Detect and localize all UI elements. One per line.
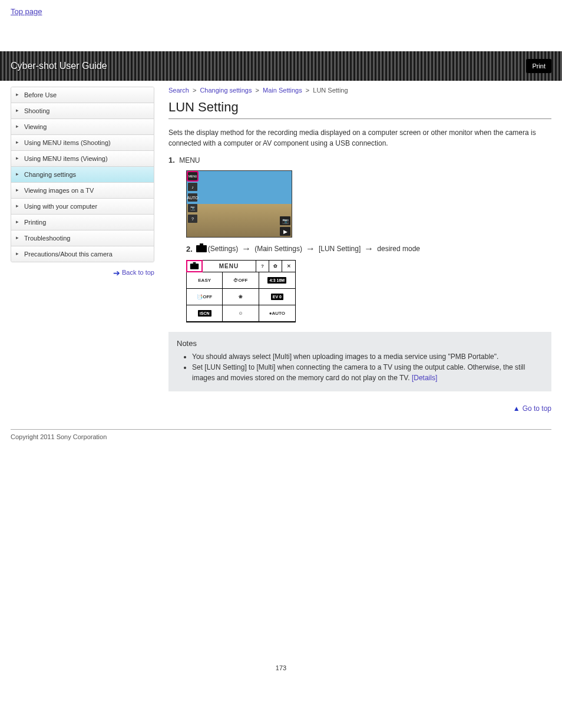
sidebar-item-viewing[interactable]: Viewing	[11, 119, 154, 135]
triangle-up-icon: ▲	[513, 404, 520, 413]
step-1-number: 1.	[168, 156, 175, 164]
camera-music-icon: ♪	[188, 183, 197, 191]
camera-help-icon: ?	[188, 215, 197, 223]
note-item-2: Set [LUN Setting] to [Multi] when connec…	[192, 362, 543, 383]
arrow-right-icon: →	[364, 243, 373, 254]
menu-cell-burst: 📑OFF	[187, 289, 223, 305]
sidebar-item-printing[interactable]: Printing	[11, 215, 154, 230]
camera-photo-icon: 📷	[188, 204, 197, 212]
menu-cell-rec: ●AUTO	[259, 305, 295, 322]
intro-text: Sets the display method for the recordin…	[168, 127, 551, 149]
page-title: LUN Setting	[168, 100, 551, 119]
go-to-top: ▲ Go to top	[168, 404, 551, 413]
sidebar-list: Before Use Shooting Viewing Using MENU i…	[11, 87, 154, 262]
step-2: 2. (Settings) → (Main Settings) → [LUN S…	[186, 243, 551, 254]
breadcrumb-current: LUN Setting	[313, 87, 348, 94]
breadcrumb: Search > Changing settings > Main Settin…	[168, 87, 551, 94]
breadcrumb-main-settings[interactable]: Main Settings	[263, 87, 302, 94]
menu-gear-icon: ✿	[269, 261, 282, 272]
menu-settings-icon	[187, 261, 202, 272]
menu-cell-timer: ⏱OFF	[223, 272, 259, 289]
back-to-top-label: Back to top	[122, 269, 154, 276]
step-2-settings-label: (Settings)	[208, 245, 238, 253]
camera-right-icons: 📷 ▶	[280, 216, 290, 236]
details-link[interactable]: [Details]	[412, 374, 437, 382]
menu-title: MENU	[202, 261, 256, 272]
menu-help-icon: ?	[256, 261, 269, 272]
page-number: 173	[0, 664, 562, 683]
menu-cell-ratio: 4:3 16M	[259, 272, 295, 289]
camera-play-icon: ▶	[280, 227, 290, 236]
go-to-top-label: Go to top	[523, 404, 551, 413]
menu-cell-ev: EV 0	[259, 289, 295, 305]
settings-icon	[196, 245, 207, 252]
sidebar-item-menu-viewing[interactable]: Using MENU items (Viewing)	[11, 151, 154, 167]
sidebar-item-shooting[interactable]: Shooting	[11, 103, 154, 119]
notes-title: Notes	[177, 339, 543, 348]
camera-left-icons: MENU ♪ AUTO 📷 ?	[188, 172, 197, 223]
arrow-right-icon: →	[306, 243, 315, 254]
camera-mode-icon: 📷	[280, 216, 290, 225]
sidebar-item-troubleshooting[interactable]: Troubleshooting	[11, 230, 154, 246]
menu-grid: EASY ⏱OFF 4:3 16M 📑OFF ❀ EV 0 iSCN ☺ ●AU…	[187, 272, 295, 322]
note-item-2-text: Set [LUN Setting] to [Multi] when connec…	[192, 363, 525, 382]
menu-header: MENU ? ✿ ✕	[187, 261, 295, 272]
go-to-top-link[interactable]: ▲ Go to top	[513, 404, 551, 413]
step-2-number: 2.	[186, 245, 193, 253]
camera-menu-icon: MENU	[188, 172, 197, 180]
menu-cell-iscn: iSCN	[187, 305, 223, 322]
menu-cell-smile: ☺	[223, 305, 259, 322]
step-2-main-settings-label: (Main Settings)	[254, 245, 302, 253]
copyright: Copyright 2011 Sony Corporation	[0, 430, 562, 440]
arrow-right-icon: ➔	[113, 268, 120, 278]
sidebar-item-precautions[interactable]: Precautions/About this camera	[11, 246, 154, 262]
chevron-right-icon: >	[256, 87, 259, 94]
sidebar-item-changing-settings[interactable]: Changing settings	[11, 167, 154, 183]
step-1: 1. MENU	[168, 156, 551, 164]
note-item-1: You should always select [Multi] when up…	[192, 351, 543, 362]
breadcrumb-changing-settings[interactable]: Changing settings	[200, 87, 252, 94]
camera-auto-icon: AUTO	[188, 193, 197, 202]
print-button[interactable]: Print	[526, 59, 551, 73]
camera-screen-illustration: MENU ♪ AUTO 📷 ? 📷 ▶	[186, 170, 292, 238]
menu-cell-easy: EASY	[187, 272, 223, 289]
sidebar-item-before-use[interactable]: Before Use	[11, 87, 154, 103]
main-content: Search > Changing settings > Main Settin…	[168, 87, 551, 417]
banner: Cyber-shot User Guide Print	[0, 51, 562, 81]
back-to-top-link[interactable]: ➔ Back to top	[11, 268, 154, 278]
chevron-right-icon: >	[306, 87, 309, 94]
arrow-right-icon: →	[242, 243, 251, 254]
sidebar-item-tv[interactable]: Viewing images on a TV	[11, 183, 154, 199]
menu-close-icon: ✕	[282, 261, 295, 272]
banner-title: Cyber-shot User Guide	[11, 61, 107, 71]
step-2-mode-label: desired mode	[377, 245, 420, 253]
step-2-lun-label: [LUN Setting]	[319, 245, 361, 253]
top-page-link[interactable]: Top page	[0, 0, 562, 18]
chevron-right-icon: >	[193, 87, 196, 94]
step-1-text: MENU	[179, 156, 200, 164]
sidebar-item-menu-shooting[interactable]: Using MENU items (Shooting)	[11, 135, 154, 151]
sidebar: Before Use Shooting Viewing Using MENU i…	[11, 87, 154, 417]
notes-box: Notes You should always select [Multi] w…	[168, 332, 551, 391]
menu-grid-illustration: MENU ? ✿ ✕ EASY ⏱OFF 4:3 16M 📑OFF ❀ EV 0…	[186, 260, 296, 322]
breadcrumb-search[interactable]: Search	[168, 87, 189, 94]
menu-cell-macro: ❀	[223, 289, 259, 305]
sidebar-item-computer[interactable]: Using with your computer	[11, 199, 154, 215]
